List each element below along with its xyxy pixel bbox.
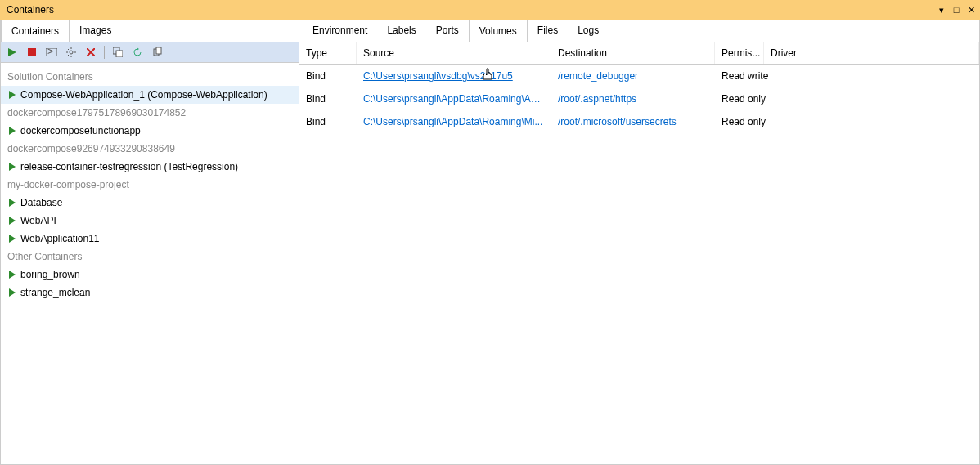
terminal-icon[interactable]: >_ xyxy=(45,46,58,59)
tree-item-label: WebApplication11 xyxy=(20,233,100,244)
svg-line-11 xyxy=(68,55,69,56)
tab-ports[interactable]: Ports xyxy=(426,20,469,42)
tree-item-label: dockercomposefunctionapp xyxy=(20,125,141,136)
toolbar-separator xyxy=(104,46,105,59)
maximize-icon[interactable]: □ xyxy=(951,4,962,16)
grid-body: BindC:\Users\prsangli\vsdbg\vs2017u5/rem… xyxy=(299,65,979,464)
header-type[interactable]: Type xyxy=(299,42,357,64)
svg-rect-16 xyxy=(116,51,123,57)
tree-item-label: release-container-testregression (TestRe… xyxy=(20,161,238,172)
tree-item[interactable]: WebApplication11 xyxy=(1,230,299,248)
svg-line-12 xyxy=(74,49,74,50)
tree-item[interactable]: dockercomposefunctionapp xyxy=(1,122,299,140)
running-icon xyxy=(9,199,16,207)
tab-files[interactable]: Files xyxy=(528,20,568,42)
table-row[interactable]: BindC:\Users\prsangli\AppData\Roaming\AS… xyxy=(299,87,979,110)
tab-environment[interactable]: Environment xyxy=(303,20,377,42)
running-icon xyxy=(9,271,16,279)
window-controls: ▾ □ ✕ xyxy=(936,4,977,16)
tree-item[interactable]: Compose-WebApplication_1 (Compose-WebApp… xyxy=(1,86,299,104)
cell-type: Bind xyxy=(299,114,357,130)
stop-icon[interactable] xyxy=(25,46,38,59)
tab-containers[interactable]: Containers xyxy=(1,20,70,42)
tree-group-label: dockercompose926974933290838649 xyxy=(1,140,299,158)
running-icon xyxy=(9,288,16,297)
running-icon xyxy=(9,127,16,135)
left-tabs: Containers Images xyxy=(1,20,299,42)
grid-header: Type Source Destination Permis... Driver xyxy=(299,42,979,65)
tree-group-label: my-docker-compose-project xyxy=(1,176,299,194)
svg-rect-1 xyxy=(28,48,36,56)
svg-line-9 xyxy=(68,49,69,50)
detail-tabs: Environment Labels Ports Volumes Files L… xyxy=(299,20,979,42)
cell-driver xyxy=(813,114,979,130)
tab-labels[interactable]: Labels xyxy=(377,20,425,42)
tab-volumes[interactable]: Volumes xyxy=(469,20,528,42)
cell-destination-link[interactable]: /root/.microsoft/usersecrets xyxy=(551,114,715,130)
tree-group-label: Other Containers xyxy=(1,248,299,266)
dropdown-icon[interactable]: ▾ xyxy=(936,4,947,16)
main-content: Containers Images >_ Solution Containers… xyxy=(0,20,980,465)
cell-type: Bind xyxy=(299,91,357,107)
svg-line-10 xyxy=(74,55,74,56)
header-driver[interactable]: Driver xyxy=(764,42,979,64)
svg-rect-19 xyxy=(156,47,161,54)
running-icon xyxy=(9,91,16,99)
tab-logs[interactable]: Logs xyxy=(568,20,609,42)
running-icon xyxy=(9,217,16,225)
tree-item[interactable]: WebAPI xyxy=(1,212,299,230)
running-icon xyxy=(9,235,16,243)
tree-group-label: dockercompose17975178969030174852 xyxy=(1,104,299,122)
tree-item-label: WebAPI xyxy=(20,215,56,226)
tree-item[interactable]: boring_brown xyxy=(1,266,299,284)
close-icon[interactable]: ✕ xyxy=(965,4,977,16)
cell-driver xyxy=(813,91,979,107)
tree-item[interactable]: Database xyxy=(1,194,299,212)
cell-destination-link[interactable]: /remote_debugger xyxy=(551,68,715,84)
cell-source-link[interactable]: C:\Users\prsangli\AppData\Roaming\AS... xyxy=(357,91,551,107)
tree-item-label: strange_mclean xyxy=(20,287,90,298)
cell-permissions: Read only xyxy=(715,91,813,107)
table-row[interactable]: BindC:\Users\prsangli\vsdbg\vs2017u5/rem… xyxy=(299,65,979,87)
cell-permissions: Read only xyxy=(715,114,813,130)
cell-permissions: Read write xyxy=(715,68,813,84)
gear-icon[interactable] xyxy=(65,46,78,59)
refresh-icon[interactable] xyxy=(131,46,144,59)
window-title: Containers xyxy=(3,4,54,16)
tab-images[interactable]: Images xyxy=(70,20,121,42)
start-icon[interactable] xyxy=(6,46,19,59)
container-tree: Solution ContainersCompose-WebApplicatio… xyxy=(1,63,299,464)
titlebar: Containers ▾ □ ✕ xyxy=(0,0,980,20)
cell-driver xyxy=(813,68,979,84)
table-row[interactable]: BindC:\Users\prsangli\AppData\Roaming\Mi… xyxy=(299,110,979,133)
tree-item-label: Database xyxy=(20,197,62,208)
delete-icon[interactable] xyxy=(84,46,97,59)
svg-marker-17 xyxy=(137,47,139,51)
svg-marker-0 xyxy=(8,48,16,56)
toolbar: >_ xyxy=(1,42,299,63)
left-panel: Containers Images >_ Solution Containers… xyxy=(1,20,299,464)
tree-item[interactable]: strange_mclean xyxy=(1,284,299,302)
tree-item-label: boring_brown xyxy=(20,269,80,280)
tree-item-label: Compose-WebApplication_1 (Compose-WebApp… xyxy=(20,89,267,101)
prune-icon[interactable] xyxy=(151,46,164,59)
tree-group-label: Solution Containers xyxy=(1,68,299,86)
header-source[interactable]: Source xyxy=(357,42,551,64)
svg-point-4 xyxy=(70,51,73,54)
running-icon xyxy=(9,163,16,171)
cell-destination-link[interactable]: /root/.aspnet/https xyxy=(551,91,715,107)
tree-item[interactable]: release-container-testregression (TestRe… xyxy=(1,158,299,176)
header-destination[interactable]: Destination xyxy=(551,42,715,64)
header-permissions[interactable]: Permis... xyxy=(715,42,764,64)
cell-source-link[interactable]: C:\Users\prsangli\vsdbg\vs2017u5 xyxy=(357,68,551,84)
cell-type: Bind xyxy=(299,68,357,84)
svg-text:>_: >_ xyxy=(47,48,57,56)
copy-icon[interactable] xyxy=(111,46,124,59)
cell-source-link[interactable]: C:\Users\prsangli\AppData\Roaming\Mi... xyxy=(357,114,551,130)
right-panel: Environment Labels Ports Volumes Files L… xyxy=(299,20,979,464)
